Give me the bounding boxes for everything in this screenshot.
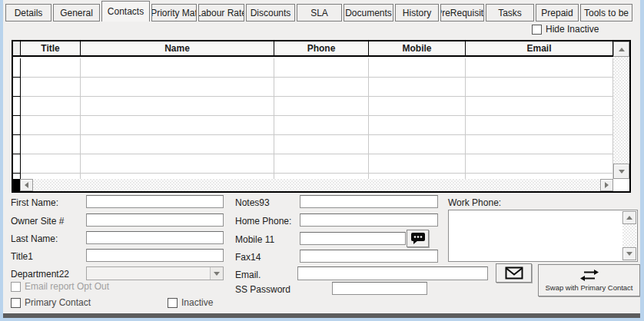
right-arrow-icon (605, 182, 609, 188)
row-selector[interactable] (13, 154, 21, 174)
tab-priority-matrix[interactable]: Priority Mat (151, 4, 197, 22)
tab-sla[interactable]: SLA (297, 4, 342, 22)
down-arrow-icon (626, 252, 632, 256)
row-selector[interactable] (13, 174, 21, 179)
hscroll-corner-block (13, 179, 20, 191)
grid-corner-stub[interactable] (13, 41, 21, 55)
ss-password-label: SS Password (235, 284, 290, 295)
scroll-left-button[interactable] (20, 179, 33, 191)
down-arrow-icon (619, 170, 625, 174)
fax14-label: Fax14 (235, 252, 261, 263)
inactive-checkbox[interactable] (168, 298, 178, 308)
bottom-divider (3, 313, 640, 318)
scroll-right-button[interactable] (600, 179, 613, 191)
first-name-input[interactable] (86, 195, 224, 208)
column-header-title[interactable]: Title (21, 41, 81, 55)
tab-documents[interactable]: Documents (344, 4, 393, 22)
inactive-row: Inactive (168, 297, 213, 308)
email-input[interactable] (297, 266, 488, 280)
vertical-scroll-track[interactable] (613, 57, 629, 164)
tab-prepaid[interactable]: Prepaid (536, 4, 579, 22)
title1-input[interactable] (86, 249, 224, 262)
department22-label: Department22 (11, 269, 69, 280)
scroll-up-button[interactable] (622, 211, 636, 224)
grid-row[interactable] (13, 174, 613, 179)
owner-site-label: Owner Site # (11, 216, 64, 227)
envelope-icon (505, 266, 523, 280)
vertical-scroll-track[interactable] (622, 224, 636, 247)
row-selector[interactable] (13, 58, 21, 78)
hide-inactive-checkbox[interactable] (532, 25, 542, 35)
work-phone-label: Work Phone: (448, 197, 501, 208)
sms-bubble-icon (410, 232, 426, 245)
contacts-grid: Title Name Phone Mobile Email (12, 40, 631, 193)
last-name-input[interactable] (86, 231, 224, 244)
grid-row[interactable] (13, 97, 613, 116)
primary-contact-checkbox[interactable] (11, 298, 21, 308)
horizontal-scroll-track[interactable] (33, 179, 600, 191)
first-name-label: First Name: (11, 197, 58, 208)
department22-combobox[interactable] (86, 266, 224, 280)
row-selector[interactable] (13, 97, 21, 116)
notes93-input[interactable] (300, 195, 438, 208)
work-phone-scrollbar[interactable] (622, 211, 636, 260)
tab-tasks[interactable]: Tasks (486, 4, 534, 22)
hide-inactive-label: Hide Inactive (546, 24, 599, 35)
scroll-up-button[interactable] (613, 41, 629, 57)
tab-history[interactable]: History (395, 4, 439, 22)
left-arrow-icon (25, 182, 28, 188)
grid-horizontal-scrollbar[interactable] (13, 179, 613, 191)
tab-labour-rates[interactable]: Labour Rate (198, 4, 244, 22)
scroll-down-button[interactable] (613, 164, 629, 179)
tab-details[interactable]: Details (5, 4, 51, 22)
last-name-label: Last Name: (11, 233, 58, 244)
column-header-mobile[interactable]: Mobile (369, 41, 466, 55)
tab-tools[interactable]: Tools to be (580, 4, 632, 22)
column-header-phone[interactable]: Phone (274, 41, 369, 55)
grid-row[interactable] (13, 78, 613, 97)
work-phone-value (450, 212, 622, 260)
grid-header-row: Title Name Phone Mobile Email (13, 41, 613, 57)
mobile11-input[interactable] (300, 232, 406, 245)
row-selector[interactable] (13, 135, 21, 154)
tab-contacts[interactable]: Contacts (101, 1, 150, 22)
column-header-name[interactable]: Name (81, 41, 274, 55)
home-phone-label: Home Phone: (235, 216, 291, 227)
fax14-input[interactable] (300, 250, 438, 263)
email-label: Email. (235, 270, 261, 280)
grid-row[interactable] (13, 154, 613, 174)
grid-row[interactable] (13, 58, 613, 78)
tab-general[interactable]: General (53, 4, 100, 22)
swap-arrows-icon (579, 269, 600, 282)
title1-label: Title1 (11, 251, 33, 262)
work-phone-textarea[interactable] (448, 210, 638, 262)
row-selector[interactable] (13, 116, 21, 135)
send-sms-button[interactable] (407, 230, 429, 247)
row-selector[interactable] (13, 78, 21, 97)
home-phone-input[interactable] (300, 213, 438, 227)
email-report-opt-out-checkbox[interactable] (11, 282, 21, 292)
tab-prerequisite[interactable]: PreRequisite (440, 4, 484, 22)
ss-password-input[interactable] (332, 282, 427, 295)
grid-scroll-corner (613, 179, 629, 191)
dropdown-arrow-icon[interactable] (210, 267, 223, 280)
mobile11-label: Mobile 11 (235, 234, 274, 245)
column-header-email[interactable]: Email (466, 41, 613, 55)
up-arrow-icon (619, 48, 625, 51)
owner-site-input[interactable] (86, 213, 224, 227)
scroll-down-button[interactable] (622, 247, 636, 260)
inactive-label: Inactive (181, 297, 213, 308)
grid-body (13, 58, 613, 179)
notes93-label: Notes93 (235, 197, 270, 208)
send-email-button[interactable] (496, 263, 532, 283)
up-arrow-icon (626, 216, 632, 220)
hide-inactive-row: Hide Inactive (532, 24, 599, 35)
window-frame-bottom (0, 318, 644, 321)
swap-button-label: Swap with Primary Contact (545, 283, 632, 292)
grid-vertical-scrollbar[interactable] (613, 41, 629, 179)
grid-row[interactable] (13, 116, 613, 135)
email-report-opt-out-row: Email report Opt Out (11, 281, 109, 292)
grid-row[interactable] (13, 135, 613, 154)
swap-primary-contact-button[interactable]: Swap with Primary Contact (538, 264, 640, 296)
tab-discounts[interactable]: Discounts (246, 4, 295, 22)
